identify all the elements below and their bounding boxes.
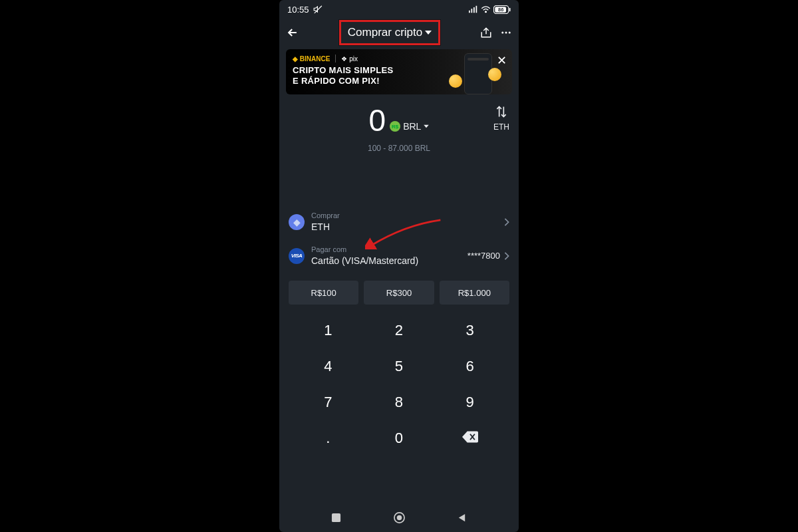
home-icon[interactable] bbox=[394, 512, 405, 523]
currency-selector[interactable]: R$ BRL bbox=[390, 121, 429, 132]
key-6[interactable]: 6 bbox=[441, 355, 499, 378]
key-3[interactable]: 3 bbox=[441, 319, 499, 342]
svg-rect-1 bbox=[469, 11, 470, 13]
status-time: 10:55 bbox=[287, 5, 309, 15]
key-1[interactable]: 1 bbox=[299, 319, 357, 342]
page-title: Comprar cripto bbox=[348, 26, 422, 39]
banner-brand1: BINANCE bbox=[300, 55, 331, 63]
share-icon[interactable] bbox=[480, 27, 492, 39]
visa-icon: VISA bbox=[289, 248, 305, 264]
nav-bar: Comprar cripto bbox=[279, 19, 519, 47]
amount-value: 0 bbox=[369, 102, 386, 138]
buy-asset-row[interactable]: ◆ Comprar ETH bbox=[289, 205, 509, 239]
quick-amounts: R$100 R$300 R$1.000 bbox=[279, 273, 519, 310]
key-0[interactable]: 0 bbox=[370, 427, 428, 450]
android-nav-bar bbox=[279, 507, 519, 528]
numeric-keypad: 1 2 3 4 5 6 7 8 9 . 0 bbox=[279, 310, 519, 454]
caret-down-icon bbox=[424, 124, 429, 128]
phone-frame: 10:55 86 Comprar cripto ◆ BINANCE ❖ pix bbox=[279, 0, 519, 532]
quick-amount-100[interactable]: R$100 bbox=[289, 281, 358, 305]
amount-range-hint: 100 - 87.000 BRL bbox=[289, 144, 509, 153]
brl-icon: R$ bbox=[390, 121, 400, 132]
svg-rect-2 bbox=[471, 9, 473, 13]
key-7[interactable]: 7 bbox=[299, 391, 357, 414]
svg-point-10 bbox=[501, 32, 503, 34]
key-4[interactable]: 4 bbox=[299, 355, 357, 378]
svg-text:86: 86 bbox=[498, 7, 503, 13]
battery-icon: 86 bbox=[493, 5, 511, 14]
pay-row-label: Pagar com bbox=[311, 245, 461, 254]
banner-brand2: pix bbox=[349, 55, 358, 63]
quick-amount-300[interactable]: R$300 bbox=[364, 281, 434, 305]
svg-line-0 bbox=[314, 6, 321, 13]
swap-icon bbox=[495, 105, 508, 118]
key-5[interactable]: 5 bbox=[370, 355, 428, 378]
swap-target-label: ETH bbox=[493, 122, 509, 132]
svg-point-15 bbox=[396, 515, 402, 520]
key-9[interactable]: 9 bbox=[441, 391, 499, 414]
back-icon[interactable] bbox=[286, 26, 299, 39]
swap-button[interactable]: ETH bbox=[493, 105, 509, 132]
svg-point-11 bbox=[505, 32, 507, 34]
svg-rect-13 bbox=[332, 513, 340, 521]
quick-amount-1000[interactable]: R$1.000 bbox=[440, 281, 509, 305]
back-system-icon[interactable] bbox=[457, 513, 467, 523]
chevron-right-icon bbox=[504, 252, 509, 260]
svg-rect-4 bbox=[476, 6, 477, 13]
pay-with-row[interactable]: VISA Pagar com Cartão (VISA/Mastercard) … bbox=[289, 239, 509, 273]
buy-row-value: ETH bbox=[311, 221, 497, 232]
key-backspace[interactable] bbox=[441, 427, 499, 450]
page-title-dropdown[interactable]: Comprar cripto bbox=[339, 20, 440, 45]
svg-rect-7 bbox=[509, 7, 511, 11]
recent-apps-icon[interactable] bbox=[331, 513, 341, 523]
coin-icon bbox=[488, 68, 501, 81]
status-bar: 10:55 86 bbox=[279, 0, 519, 19]
currency-label: BRL bbox=[403, 121, 421, 132]
key-2[interactable]: 2 bbox=[370, 319, 428, 342]
chevron-right-icon bbox=[504, 218, 509, 226]
promo-banner[interactable]: ◆ BINANCE ❖ pix CRIPTO MAIS SIMPLESE RÁP… bbox=[286, 49, 512, 94]
backspace-icon bbox=[462, 431, 478, 443]
eth-icon: ◆ bbox=[289, 214, 305, 230]
caret-down-icon bbox=[425, 30, 432, 35]
more-icon[interactable] bbox=[500, 27, 512, 39]
amount-section: 0 R$ BRL ETH 100 - 87.000 BRL bbox=[279, 100, 519, 153]
mute-icon bbox=[313, 5, 323, 14]
signal-icon bbox=[469, 5, 478, 13]
close-icon[interactable]: ✕ bbox=[497, 53, 507, 68]
buy-row-label: Comprar bbox=[311, 211, 497, 220]
coin-icon bbox=[449, 74, 462, 88]
key-8[interactable]: 8 bbox=[370, 391, 428, 414]
card-last-digits: ****7800 bbox=[467, 251, 500, 261]
pay-row-value: Cartão (VISA/Mastercard) bbox=[311, 255, 461, 266]
wifi-icon bbox=[481, 5, 491, 13]
key-dot[interactable]: . bbox=[299, 427, 357, 450]
svg-point-5 bbox=[485, 11, 487, 13]
svg-point-12 bbox=[509, 32, 511, 34]
svg-rect-3 bbox=[473, 7, 475, 13]
